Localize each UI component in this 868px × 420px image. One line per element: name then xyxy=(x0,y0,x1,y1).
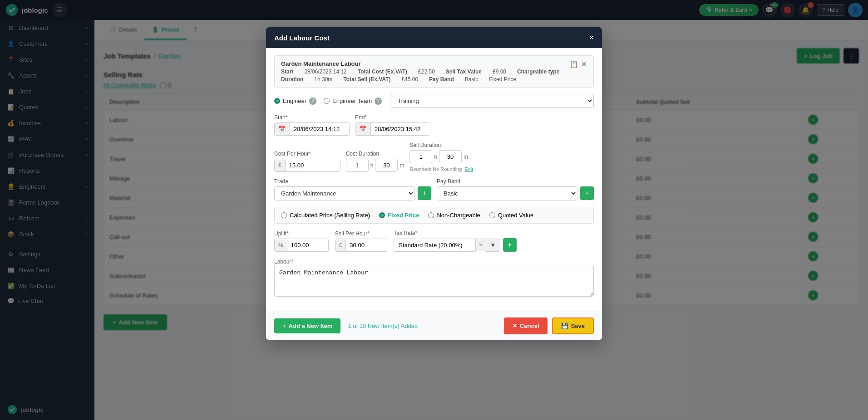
end-label: End* xyxy=(355,114,430,121)
start-calendar-button[interactable]: 📅 xyxy=(275,123,290,135)
cancel-label: Cancel xyxy=(520,322,539,329)
tax-rate-input-wrap: ✕ ▼ xyxy=(394,239,500,252)
engineer-label: Engineer xyxy=(283,98,306,104)
fixed-price-radio-option[interactable]: Fixed Price xyxy=(379,212,419,219)
engineer-dropdown-group: Training xyxy=(391,94,594,108)
engineer-select[interactable]: Training xyxy=(391,94,594,108)
engineer-radio-option[interactable]: Engineer ? xyxy=(274,98,316,105)
cost-per-hour-label: Cost Per Hour* xyxy=(274,151,340,157)
sell-per-hour-input-wrap: £ xyxy=(335,239,388,252)
quoted-value-radio[interactable] xyxy=(489,212,495,218)
chargeable-type-value: Fixed Price xyxy=(489,76,516,83)
cost-currency-symbol: £ xyxy=(275,160,286,171)
footer-actions: ✕ Cancel 💾 Save xyxy=(504,317,594,334)
rounding-edit-link[interactable]: Edit xyxy=(464,166,473,172)
info-bar-left: Garden Maintenance Labour Start 28/06/20… xyxy=(281,60,559,83)
cancel-icon: ✕ xyxy=(512,322,517,329)
uplift-input[interactable] xyxy=(287,239,328,251)
cost-duration-label: Cost Duration xyxy=(346,151,404,157)
modal-footer: + Add a New Item 1 of 10 New Item(s) Add… xyxy=(266,312,602,340)
engineer-radio-group: Engineer ? Engineer Team ? xyxy=(274,98,382,105)
add-trade-button[interactable]: + xyxy=(418,186,431,200)
sell-tax-label: Sell Tax Value xyxy=(446,68,482,75)
sell-row: Uplift* % Sell Per Hour* £ xyxy=(274,230,594,252)
modal-body: Garden Maintenance Labour Start 28/06/20… xyxy=(266,48,602,312)
save-label: Save xyxy=(571,322,585,329)
pay-band-select[interactable]: Basic xyxy=(437,186,577,200)
tax-dropdown-button[interactable]: ▼ xyxy=(486,239,500,252)
add-item-label: Add a New Item xyxy=(289,322,333,329)
modal-close-button[interactable]: × xyxy=(589,34,594,42)
modal-overlay: Add Labour Cost × Garden Maintenance Lab… xyxy=(0,0,868,420)
duration-value: 1h 30m xyxy=(314,76,332,83)
start-date-input[interactable] xyxy=(290,123,349,135)
start-group: Start* 📅 xyxy=(274,114,350,136)
labour-textarea[interactable]: Garden Maintenance Labour xyxy=(274,265,594,297)
engineer-team-radio[interactable] xyxy=(324,98,330,104)
engineer-team-label: Engineer Team xyxy=(332,98,372,104)
calculated-price-radio[interactable] xyxy=(281,212,287,218)
start-label: Start xyxy=(281,68,293,75)
tax-rate-input[interactable] xyxy=(394,239,475,252)
close-info-button[interactable]: ✕ xyxy=(581,60,587,68)
sell-per-hour-label: Sell Per Hour* xyxy=(335,230,388,237)
uplift-symbol: % xyxy=(275,239,287,251)
engineer-radio[interactable] xyxy=(274,98,280,104)
engineer-team-help-icon[interactable]: ? xyxy=(375,98,382,105)
calculated-price-label: Calculated Price (Selling Rate) xyxy=(290,212,370,219)
sell-currency-symbol: £ xyxy=(335,239,346,251)
cancel-button[interactable]: ✕ Cancel xyxy=(504,317,547,334)
save-button[interactable]: 💾 Save xyxy=(552,317,594,334)
rounding-note: Rounded: No Rounding xyxy=(409,166,462,172)
end-date-wrap: 📅 xyxy=(355,122,430,136)
price-type-row: Calculated Price (Selling Rate) Fixed Pr… xyxy=(274,207,594,224)
duration-label-info: Duration xyxy=(281,76,303,83)
total-cost-value: £22.50 xyxy=(418,68,435,75)
cost-duration-row-inputs: h m xyxy=(346,159,404,172)
sell-duration-h-input[interactable] xyxy=(409,150,432,163)
cost-per-hour-input[interactable] xyxy=(286,159,340,171)
cost-duration-h-input[interactable] xyxy=(346,159,369,172)
pay-band-label: Pay Band xyxy=(437,178,594,185)
add-item-icon: + xyxy=(282,322,286,329)
tax-clear-button[interactable]: ✕ xyxy=(475,239,486,251)
add-new-item-modal-button[interactable]: + Add a New Item xyxy=(274,318,340,333)
fixed-price-radio[interactable] xyxy=(379,212,385,218)
sell-per-hour-input[interactable] xyxy=(346,239,387,251)
fixed-price-label: Fixed Price xyxy=(388,212,419,219)
add-labour-cost-modal: Add Labour Cost × Garden Maintenance Lab… xyxy=(266,27,602,340)
modal-header: Add Labour Cost × xyxy=(266,27,602,48)
engineer-team-radio-option[interactable]: Engineer Team ? xyxy=(324,98,382,105)
end-date-input[interactable] xyxy=(371,123,430,135)
total-cost-label: Total Cost (Ex.VAT) xyxy=(358,68,407,75)
chargeable-type-label: Chargeable type xyxy=(517,68,559,75)
sell-duration-m-input[interactable] xyxy=(439,150,462,163)
end-calendar-button[interactable]: 📅 xyxy=(355,123,371,135)
engineer-help-icon[interactable]: ? xyxy=(309,98,316,105)
calculated-price-radio-option[interactable]: Calculated Price (Selling Rate) xyxy=(281,212,370,219)
sell-tax-value: £9.00 xyxy=(493,68,506,75)
cost-duration-row: Cost Per Hour* £ Cost Duration h m xyxy=(274,142,594,172)
add-tax-rate-button[interactable]: + xyxy=(503,238,517,252)
add-pay-band-button[interactable]: + xyxy=(580,186,594,200)
sell-duration-row-inputs: h m xyxy=(409,150,473,163)
sell-duration-h-label: h xyxy=(434,154,437,160)
end-group: End* 📅 xyxy=(355,114,430,136)
cost-duration-m-input[interactable] xyxy=(375,159,398,172)
cost-duration-h-label: h xyxy=(370,162,374,169)
trade-select[interactable]: Garden Maintenance xyxy=(274,186,415,200)
total-sell-label: Total Sell (Ex.VAT) xyxy=(343,76,390,83)
start-end-row: Start* 📅 End* 📅 xyxy=(274,114,594,136)
start-date-wrap: 📅 xyxy=(274,122,350,136)
copy-icon-button[interactable]: 📋 xyxy=(570,60,578,68)
pay-band-label-info: Pay Band xyxy=(429,76,454,83)
non-chargeable-radio[interactable] xyxy=(428,212,434,218)
non-chargeable-radio-option[interactable]: Non-Chargeable xyxy=(428,212,480,219)
pay-band-group: Pay Band Basic + xyxy=(437,178,594,200)
start-label: Start* xyxy=(274,114,350,121)
non-chargeable-label: Non-Chargeable xyxy=(437,212,480,219)
labour-label: Labour* xyxy=(274,259,293,265)
sell-duration-label: Sell Duration xyxy=(409,142,473,148)
items-status: 1 of 10 New Item(s) Added xyxy=(348,322,418,329)
quoted-value-radio-option[interactable]: Quoted Value xyxy=(489,212,534,219)
